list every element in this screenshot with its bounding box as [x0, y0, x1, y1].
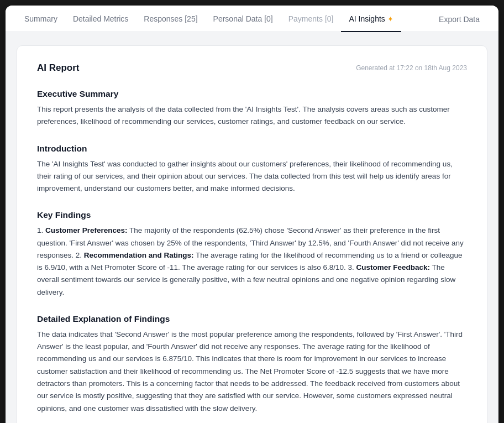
section-key-findings: Key Findings 1. Customer Preferences: Th… — [37, 210, 467, 299]
tab-summary[interactable]: Summary — [17, 6, 65, 32]
tab-personal-data[interactable]: Personal Data [0] — [206, 6, 281, 32]
report-card: AI Report Generated at 17:22 on 18th Aug… — [17, 45, 487, 423]
generated-at: Generated at 17:22 on 18th Aug 2023 — [356, 64, 467, 72]
star-icon: ✦ — [387, 15, 393, 23]
tab-responses[interactable]: Responses [25] — [136, 6, 205, 32]
tab-ai-insights[interactable]: AI Insights ✦ — [341, 6, 401, 32]
content-area: AI Report Generated at 17:22 on 18th Aug… — [6, 32, 498, 423]
tab-export-data[interactable]: Export Data — [431, 6, 487, 32]
introduction-heading: Introduction — [37, 144, 467, 154]
detailed-explanation-heading: Detailed Explanation of Findings — [37, 314, 467, 324]
introduction-text: The 'AI Insights Test' was conducted to … — [37, 158, 467, 195]
report-header: AI Report Generated at 17:22 on 18th Aug… — [37, 62, 467, 74]
key-findings-text: 1. Customer Preferences: The majority of… — [37, 224, 467, 299]
tab-payments[interactable]: Payments [0] — [281, 6, 342, 32]
executive-summary-text: This report presents the analysis of the… — [37, 103, 467, 128]
tab-detailed-metrics[interactable]: Detailed Metrics — [65, 6, 136, 32]
report-title: AI Report — [37, 62, 80, 74]
executive-summary-heading: Executive Summary — [37, 89, 467, 99]
section-executive-summary: Executive Summary This report presents t… — [37, 89, 467, 128]
key-findings-heading: Key Findings — [37, 210, 467, 220]
section-introduction: Introduction The 'AI Insights Test' was … — [37, 144, 467, 195]
detailed-explanation-text: The data indicates that 'Second Answer' … — [37, 328, 467, 415]
tab-bar: Summary Detailed Metrics Responses [25] … — [6, 6, 498, 32]
section-detailed-explanation: Detailed Explanation of Findings The dat… — [37, 314, 467, 415]
main-window: Summary Detailed Metrics Responses [25] … — [6, 6, 498, 423]
